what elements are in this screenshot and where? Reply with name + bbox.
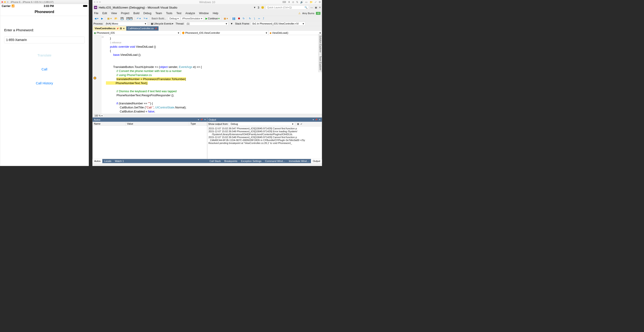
tab-breakpoints[interactable]: Breakpoints — [222, 159, 239, 163]
minimize-icon[interactable] — [4, 1, 6, 3]
tab-solution-explorer[interactable]: Solution Explorer — [318, 34, 322, 54]
stop-button[interactable] — [237, 17, 240, 20]
menu-team[interactable]: Team — [156, 12, 162, 15]
new-project-button[interactable]: ▦ ▾ — [106, 17, 112, 20]
gear-icon[interactable]: ⚙ — [319, 1, 321, 4]
notifications-flag-icon[interactable]: ▼ — [254, 6, 256, 9]
tab-output[interactable]: Output — [311, 159, 322, 163]
network-icon[interactable]: ⇅ — [296, 1, 298, 4]
tab-watch1[interactable]: Watch 1 — [113, 159, 126, 163]
zoom-dropdown[interactable]: 100 % ▾ — [93, 114, 104, 117]
platform-dropdown[interactable]: iPhoneSimulator ▾ — [181, 17, 204, 20]
redo-button[interactable]: ↷ ▾ — [142, 17, 148, 20]
class-dropdown[interactable]: 🔶Phoneword_iOS.ViewController▾ — [180, 30, 268, 35]
breakpoint-marker-icon[interactable] — [94, 77, 96, 80]
thread-dropdown[interactable]: [1]▾ — [186, 22, 228, 26]
member-dropdown[interactable]: ◆ViewDidLoad()▾ — [268, 30, 322, 35]
pin-icon[interactable]: 📌 — [116, 28, 119, 30]
close-icon[interactable] — [94, 1, 95, 3]
feedback-icon[interactable]: 🙂 — [261, 6, 264, 9]
browser-button[interactable]: ▦ ▾ — [223, 17, 229, 20]
translate-button[interactable]: Translate — [4, 54, 85, 57]
step-over-button[interactable]: ⤼ — [257, 17, 261, 20]
user-badge[interactable]: AB — [316, 12, 320, 15]
open-file-button[interactable]: 📂 — [114, 17, 118, 20]
code-editor[interactable]: − } 1 reference public override void Vie… — [92, 35, 322, 114]
pause-button[interactable]: ❚❚ — [231, 17, 236, 20]
stack-frame-dropdown[interactable]: 0x1 in Phoneword_iOS.ViewController.<Vi▾ — [251, 22, 305, 26]
save-button[interactable]: 💾 — [120, 17, 124, 20]
panel-dropdown-icon[interactable]: ▾ — [198, 118, 199, 121]
pin-icon[interactable]: 📌 — [155, 28, 157, 30]
project-dropdown[interactable]: ▣Phoneword_iOS▾ — [92, 30, 180, 35]
fullscreen-icon[interactable]: ⤢ — [314, 1, 316, 4]
output-source-dropdown[interactable]: Debug▾ — [229, 122, 294, 126]
clear-output-icon[interactable]: ≣ — [297, 122, 299, 126]
restore-button[interactable]: ▣ — [315, 6, 317, 9]
batch-build-button[interactable]: Batch Build... — [151, 17, 167, 20]
close-icon[interactable]: ✕ — [319, 118, 321, 121]
call-history-button[interactable]: Call History — [4, 82, 85, 85]
quick-launch-input[interactable]: Quick Launch (Ctrl+Q) 🔍 — [266, 6, 309, 10]
step-into-button[interactable]: ⤵ — [253, 17, 256, 20]
tab-viewcontroller[interactable]: ViewController.cs 📌 ⊟ ✕ — [93, 26, 126, 30]
tab-callstack[interactable]: Call Stack — [208, 159, 222, 163]
tab-command-window[interactable]: Command Wind… — [263, 159, 287, 163]
col-type[interactable]: Type — [189, 122, 207, 126]
panel-dropdown-icon[interactable]: ▾ — [313, 118, 314, 121]
menu-analyze[interactable]: Analyze — [186, 12, 195, 15]
tab-immediate-window[interactable]: Immediate Wind… — [287, 159, 311, 163]
menu-window[interactable]: Window — [199, 12, 209, 15]
menu-view[interactable]: View — [111, 12, 117, 15]
col-name[interactable]: Name — [93, 122, 126, 126]
user-name[interactable]: Amy Burns — [302, 12, 314, 15]
lifecycle-events-button[interactable]: ▦ Lifecycle Events ▾ — [150, 22, 174, 26]
menu-test[interactable]: Test — [176, 12, 182, 15]
nav-back-button[interactable]: ◀ ▾ — [94, 17, 99, 20]
phoneword-input[interactable] — [4, 37, 85, 44]
config-dropdown[interactable]: Debug ▾ — [168, 17, 180, 20]
col-value[interactable]: Value — [126, 122, 189, 126]
zoom-icon[interactable] — [7, 1, 8, 3]
close-icon[interactable]: ✕ — [204, 118, 206, 121]
restart-button[interactable]: ↻ — [242, 17, 246, 20]
menu-file[interactable]: File — [94, 12, 98, 15]
nav-forward-button[interactable]: ▶ — [100, 17, 104, 20]
save-all-button[interactable]: 💾💾 — [126, 17, 133, 20]
close-button[interactable]: ✕ — [319, 6, 321, 9]
code-content[interactable]: } 1 reference public override void ViewD… — [92, 35, 322, 113]
display-icon[interactable]: ▭ — [305, 1, 308, 4]
process-dropdown[interactable]: [N/A] Mono▾ — [104, 22, 147, 26]
minimize-icon[interactable] — [96, 1, 98, 3]
minimize-button[interactable]: — — [310, 6, 313, 9]
usb-icon[interactable]: ⬍ — [288, 1, 290, 4]
tab-team-explorer[interactable]: Team Explorer — [318, 54, 322, 72]
tab-locals[interactable]: Locals — [102, 159, 113, 163]
filter-icon[interactable]: ▼ — [230, 22, 234, 26]
menu-tools[interactable]: Tools — [166, 12, 172, 15]
output-text[interactable]: 2015-12-07 15:02:39.547 Phoneword_iOS[10… — [207, 126, 322, 159]
close-icon[interactable] — [2, 1, 3, 3]
menu-build[interactable]: Build — [133, 12, 140, 15]
toggle-wrap-icon[interactable]: ⤶ — [300, 122, 302, 126]
undo-button[interactable]: ↶ ▾ — [136, 17, 142, 20]
pin-icon[interactable]: 📌 — [315, 118, 318, 121]
sound-icon[interactable]: 🔊 — [300, 1, 303, 4]
pin-icon[interactable]: 📌 — [200, 118, 203, 121]
tab-autos[interactable]: Autos — [92, 159, 102, 163]
show-next-statement-button[interactable]: ↻ — [248, 17, 252, 20]
zoom-icon[interactable] — [99, 1, 101, 3]
step-out-button[interactable]: ⤴ — [262, 17, 265, 20]
menu-help[interactable]: Help — [213, 12, 218, 15]
folder-icon[interactable]: 📁 — [310, 1, 313, 4]
continue-button[interactable]: ▶ Continue ▾ — [204, 17, 220, 20]
call-button[interactable]: Call — [4, 68, 85, 71]
tab-exception-settings[interactable]: Exception Settings — [239, 159, 263, 163]
disc-icon[interactable]: ⊘ — [292, 1, 294, 4]
warning-icon[interactable]: ⚠ — [298, 12, 301, 15]
keyboard-icon[interactable]: ⌨ — [282, 1, 286, 4]
menu-edit[interactable]: Edit — [102, 12, 107, 15]
menu-debug[interactable]: Debug — [144, 12, 151, 15]
menu-project[interactable]: Project — [121, 12, 129, 15]
tab-callhistory[interactable]: CallHistoryController.cs 📌 — [126, 26, 158, 30]
